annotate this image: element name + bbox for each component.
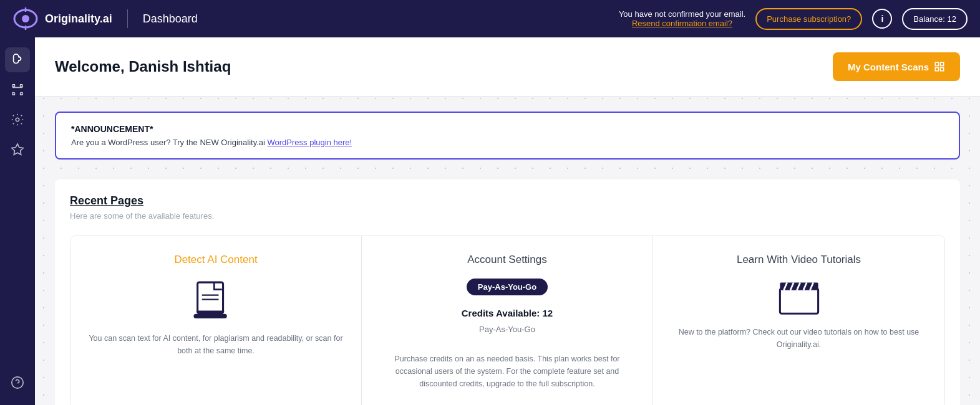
account-settings-desc: Purchase credits on an as needed basis. … bbox=[377, 353, 638, 390]
detect-ai-title: Detect AI Content bbox=[85, 254, 346, 266]
sidebar-item-settings[interactable] bbox=[5, 107, 30, 132]
scan-icon bbox=[11, 83, 24, 97]
account-settings-title: Account Settings bbox=[377, 254, 638, 266]
recent-pages-subtitle: Here are some of the available features. bbox=[70, 211, 945, 221]
video-tutorials-desc: New to the platform? Check out our video… bbox=[668, 326, 929, 351]
plan-name: Pay-As-You-Go bbox=[479, 325, 535, 334]
sidebar-item-scan[interactable] bbox=[5, 47, 30, 72]
announcement-box: *ANNOUNCEMENT* Are you a WordPress user?… bbox=[55, 112, 960, 160]
credits-label: Credits Available: 12 bbox=[462, 308, 553, 318]
account-icon: Pay-As-You-Go Credits Available: 12 Pay-… bbox=[377, 279, 638, 343]
sidebar-item-help[interactable] bbox=[5, 370, 30, 395]
nav-page-title: Dashboard bbox=[143, 12, 198, 26]
feature-cards-grid: Detect AI Content bbox=[70, 236, 945, 405]
scanner-icon bbox=[85, 279, 346, 322]
svg-marker-12 bbox=[12, 144, 23, 155]
account-settings-card[interactable]: Account Settings Pay-As-You-Go Credits A… bbox=[362, 236, 653, 405]
top-navbar: Originality.ai Dashboard You have not co… bbox=[0, 0, 980, 37]
svg-rect-23 bbox=[196, 310, 224, 313]
sidebar bbox=[0, 37, 35, 405]
svg-rect-18 bbox=[941, 68, 944, 71]
nav-divider bbox=[127, 9, 128, 28]
page-header: Welcome, Danish Ishtiaq My Content Scans bbox=[35, 37, 980, 97]
settings-icon bbox=[11, 113, 24, 126]
clapperboard-icon bbox=[668, 279, 929, 316]
logo-area: Originality.ai bbox=[12, 6, 112, 32]
grid-icon bbox=[934, 61, 945, 72]
my-content-scans-label: My Content Scans bbox=[848, 62, 929, 72]
svg-rect-17 bbox=[935, 68, 938, 71]
wordpress-plugin-link[interactable]: WordPress plugin here! bbox=[268, 138, 352, 147]
logo-icon bbox=[12, 6, 39, 32]
video-tutorials-title: Learn With Video Tutorials bbox=[668, 254, 929, 266]
balance-button[interactable]: Balance: 12 bbox=[902, 8, 968, 30]
svg-rect-19 bbox=[198, 282, 223, 313]
main-content: Welcome, Danish Ishtiaq My Content Scans… bbox=[35, 37, 980, 405]
detect-ai-card[interactable]: Detect AI Content bbox=[70, 236, 362, 405]
recent-pages-title: Recent Pages bbox=[70, 194, 945, 207]
my-content-scans-button[interactable]: My Content Scans bbox=[833, 52, 960, 81]
svg-rect-15 bbox=[935, 62, 938, 65]
svg-rect-8 bbox=[21, 85, 23, 87]
announcement-text: Are you a WordPress user? Try the NEW Or… bbox=[71, 138, 944, 147]
svg-rect-22 bbox=[193, 314, 226, 318]
recent-pages-section: Recent Pages Here are some of the availa… bbox=[55, 179, 960, 405]
svg-rect-7 bbox=[12, 85, 15, 87]
email-warning-text: You have not confirmed your email. bbox=[619, 9, 745, 19]
svg-rect-10 bbox=[21, 93, 23, 95]
svg-point-1 bbox=[22, 15, 29, 22]
info-button[interactable]: i bbox=[872, 9, 892, 29]
sidebar-item-scanner[interactable] bbox=[5, 77, 30, 102]
logo-text: Originality.ai bbox=[45, 12, 112, 26]
detect-ai-desc: You can scan text for AI content, for pl… bbox=[85, 332, 346, 357]
star-icon bbox=[11, 143, 24, 156]
nav-email-warning: You have not confirmed your email. Resen… bbox=[619, 9, 745, 28]
sidebar-item-favorites[interactable] bbox=[5, 137, 30, 162]
announcement-title: *ANNOUNCEMENT* bbox=[71, 124, 944, 134]
svg-rect-9 bbox=[12, 93, 15, 95]
content-area: *ANNOUNCEMENT* Are you a WordPress user?… bbox=[35, 97, 980, 405]
app-body: Welcome, Danish Ishtiaq My Content Scans… bbox=[0, 37, 980, 405]
announcement-text-prefix: Are you a WordPress user? Try the NEW Or… bbox=[71, 138, 268, 147]
plan-badge: Pay-As-You-Go bbox=[467, 279, 548, 295]
resend-email-link[interactable]: Resend confirmation email? bbox=[632, 19, 732, 28]
help-icon bbox=[11, 376, 24, 389]
svg-point-11 bbox=[16, 118, 19, 122]
video-tutorials-card[interactable]: Learn With Video Tutorials bbox=[653, 236, 944, 405]
brain-icon bbox=[11, 53, 24, 67]
svg-point-13 bbox=[12, 377, 23, 388]
svg-rect-16 bbox=[941, 62, 944, 65]
purchase-subscription-button[interactable]: Purchase subscription? bbox=[755, 8, 862, 30]
page-welcome: Welcome, Danish Ishtiaq bbox=[55, 58, 231, 75]
svg-rect-24 bbox=[780, 288, 818, 313]
